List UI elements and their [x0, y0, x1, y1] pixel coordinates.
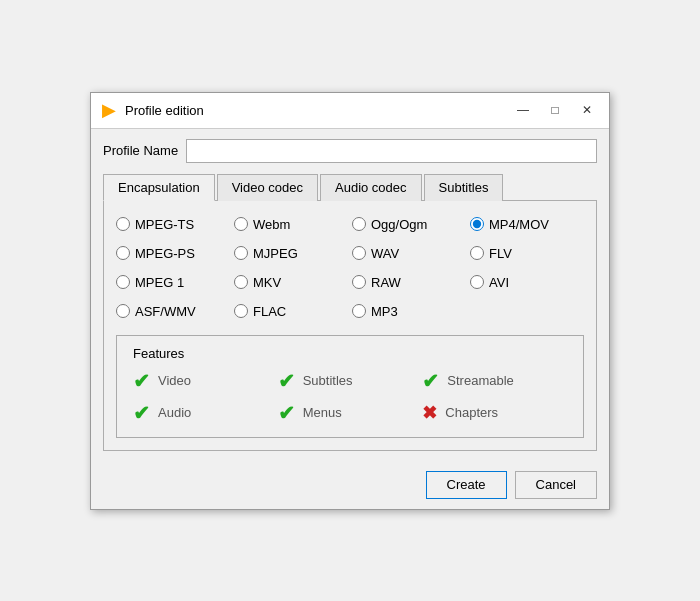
encapsulation-options: MPEG-TS Webm Ogg/Ogm MP4/MOV MPEG-PS MJP… — [116, 217, 584, 319]
minimize-button[interactable]: — — [509, 99, 537, 121]
option-raw[interactable]: RAW — [352, 275, 466, 290]
create-button[interactable]: Create — [426, 471, 507, 499]
option-mpeg-ts[interactable]: MPEG-TS — [116, 217, 230, 232]
feature-video: ✔ Video — [133, 371, 278, 391]
window-controls: — □ ✕ — [509, 99, 601, 121]
feature-label-streamable: Streamable — [447, 373, 513, 388]
title-bar: ▶ Profile edition — □ ✕ — [91, 93, 609, 129]
app-icon: ▶ — [99, 100, 119, 120]
feature-label-menus: Menus — [303, 405, 342, 420]
profile-name-row: Profile Name — [103, 139, 597, 163]
tab-content-encapsulation: MPEG-TS Webm Ogg/Ogm MP4/MOV MPEG-PS MJP… — [103, 201, 597, 451]
empty-cell — [470, 304, 584, 319]
check-icon-menus: ✔ — [278, 403, 295, 423]
cancel-button[interactable]: Cancel — [515, 471, 597, 499]
window-content: Profile Name Encapsulation Video codec A… — [91, 129, 609, 461]
option-wav[interactable]: WAV — [352, 246, 466, 261]
window-title: Profile edition — [125, 103, 509, 118]
tab-encapsulation[interactable]: Encapsulation — [103, 174, 215, 201]
check-icon-subtitles: ✔ — [278, 371, 295, 391]
option-mkv[interactable]: MKV — [234, 275, 348, 290]
option-avi[interactable]: AVI — [470, 275, 584, 290]
option-asf-wmv[interactable]: ASF/WMV — [116, 304, 230, 319]
check-icon-video: ✔ — [133, 371, 150, 391]
tab-subtitles[interactable]: Subtitles — [424, 174, 504, 201]
tab-audio-codec[interactable]: Audio codec — [320, 174, 422, 201]
features-title: Features — [133, 346, 567, 361]
option-mjpeg[interactable]: MJPEG — [234, 246, 348, 261]
button-row: Create Cancel — [91, 461, 609, 509]
feature-menus: ✔ Menus — [278, 403, 423, 423]
feature-streamable: ✔ Streamable — [422, 371, 567, 391]
feature-label-audio: Audio — [158, 405, 191, 420]
features-box: Features ✔ Video ✔ Subtitles ✔ — [116, 335, 584, 438]
tab-video-codec[interactable]: Video codec — [217, 174, 318, 201]
maximize-button[interactable]: □ — [541, 99, 569, 121]
option-mp3[interactable]: MP3 — [352, 304, 466, 319]
feature-label-subtitles: Subtitles — [303, 373, 353, 388]
profile-edition-window: ▶ Profile edition — □ ✕ Profile Name Enc… — [90, 92, 610, 510]
profile-name-label: Profile Name — [103, 143, 178, 158]
features-grid: ✔ Video ✔ Subtitles ✔ Streamable — [133, 371, 567, 423]
check-icon-streamable: ✔ — [422, 371, 439, 391]
feature-label-video: Video — [158, 373, 191, 388]
option-flv[interactable]: FLV — [470, 246, 584, 261]
option-mp4-mov[interactable]: MP4/MOV — [470, 217, 584, 232]
option-ogg-ogm[interactable]: Ogg/Ogm — [352, 217, 466, 232]
profile-name-input[interactable] — [186, 139, 597, 163]
close-button[interactable]: ✕ — [573, 99, 601, 121]
option-mpeg-ps[interactable]: MPEG-PS — [116, 246, 230, 261]
option-webm[interactable]: Webm — [234, 217, 348, 232]
feature-label-chapters: Chapters — [445, 405, 498, 420]
cross-icon-chapters: ✖ — [422, 404, 437, 422]
option-flac[interactable]: FLAC — [234, 304, 348, 319]
option-mpeg1[interactable]: MPEG 1 — [116, 275, 230, 290]
feature-audio: ✔ Audio — [133, 403, 278, 423]
tabs-bar: Encapsulation Video codec Audio codec Su… — [103, 173, 597, 201]
feature-chapters: ✖ Chapters — [422, 403, 567, 423]
feature-subtitles: ✔ Subtitles — [278, 371, 423, 391]
check-icon-audio: ✔ — [133, 403, 150, 423]
